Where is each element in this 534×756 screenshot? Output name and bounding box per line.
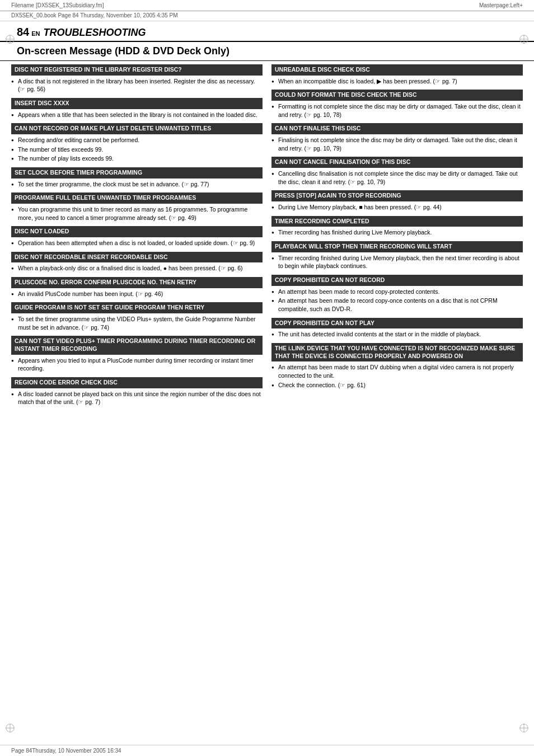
header-subtitle: DX5SEK_00.book Page 84 Thursday, Novembe… bbox=[0, 11, 534, 21]
section-header-8: COPY PROHIBITED CAN NOT PLAY bbox=[271, 318, 523, 329]
bullet-text: To set the timer programme, the clock mu… bbox=[18, 181, 209, 187]
bullet-text: You can programme this unit to timer rec… bbox=[18, 206, 247, 221]
bullet-text: The unit has detected invalid contents a… bbox=[278, 331, 481, 337]
bullet-text: A disc loaded cannot be played back on t… bbox=[18, 391, 261, 406]
bullet-item: Finalising is not complete since the dis… bbox=[271, 136, 523, 152]
section-header-5: DISC NOT LOADED bbox=[11, 226, 263, 237]
bullet-item: Appears when you tried to input a PlusCo… bbox=[11, 356, 263, 373]
section-header-4: PROGRAMME FULL DELETE UNWANTED TIMER PRO… bbox=[11, 192, 263, 204]
corner-mark-tr bbox=[518, 34, 530, 45]
bullet-text: Check the connection. (☞ pg. 61) bbox=[278, 382, 366, 388]
bullet-item: An attempt has been made to record copy-… bbox=[271, 288, 523, 296]
page-title-bar: 84 EN TROUBLESHOOTING bbox=[0, 21, 534, 42]
section-header-1: INSERT DISC XXXX bbox=[11, 98, 263, 109]
corner-mark-bl bbox=[4, 722, 16, 734]
bullet-text: To set the timer programme using the VID… bbox=[18, 316, 256, 331]
section-header-7: COPY PROHIBITED CAN NOT RECORD bbox=[271, 275, 523, 286]
section-header-9: CAN NOT SET VIDEO PLUS+ TIMER PROGRAMMIN… bbox=[11, 336, 263, 354]
footer-text: Page 84Thursday, 10 November 2005 16:34 bbox=[11, 748, 121, 754]
bullet-text: An attempt has been made to start DV dub… bbox=[278, 364, 514, 379]
bullet-text: An attempt has been made to record copy-… bbox=[278, 288, 439, 295]
bullet-item: Recording and/or editing cannot be perfo… bbox=[11, 136, 263, 144]
section-header-1: COULD NOT FORMAT THE DISC CHECK THE DISC bbox=[271, 90, 523, 101]
section-header-10: REGION CODE ERROR CHECK DISC bbox=[11, 377, 263, 388]
bullet-text: Operation has been attempted when a disc… bbox=[18, 240, 255, 246]
section-header-6: DISC NOT RECORDABLE INSERT RECORDABLE DI… bbox=[11, 252, 263, 263]
bullet-text: Timer recording has finished during Live… bbox=[278, 229, 432, 236]
bullet-item: Formatting is not complete since the dis… bbox=[271, 102, 523, 119]
bullet-item: When a playback-only disc or a finalised… bbox=[11, 264, 263, 273]
bullet-item: Timer recording finished during Live Mem… bbox=[271, 254, 523, 270]
bullet-text: Appears when a title that has been selec… bbox=[18, 111, 257, 118]
section-header-0: DISC NOT REGISTERED IN THE LIBRARY REGIS… bbox=[11, 64, 263, 76]
bullet-item: The unit has detected invalid contents a… bbox=[271, 330, 523, 339]
bullet-item: An attempt has been made to record copy-… bbox=[271, 297, 523, 313]
bullet-text: The number of titles exceeds 99. bbox=[18, 146, 103, 153]
bullet-text: When an incompatible disc is loaded, ▶ h… bbox=[278, 78, 457, 84]
section-header-7: PLUSCODE NO. ERROR CONFIRM PLUSCODE NO. … bbox=[11, 277, 263, 288]
section-header-8: GUIDE PROGRAM IS NOT SET SET GUIDE PROGR… bbox=[11, 302, 263, 313]
bullet-text: Recording and/or editing cannot be perfo… bbox=[18, 137, 139, 143]
corner-mark-br bbox=[518, 722, 530, 734]
bullet-text: Finalising is not complete since the dis… bbox=[278, 137, 517, 152]
bullet-item: The number of titles exceeds 99. bbox=[11, 145, 263, 154]
section-header-2: CAN NOT FINALISE THIS DISC bbox=[271, 123, 523, 134]
section-header-4: PRESS [STOP] AGAIN TO STOP RECORDING bbox=[271, 190, 523, 201]
section-header-3: SET CLOCK BEFORE TIMER PROGRAMMING bbox=[11, 167, 263, 179]
left-column: DISC NOT REGISTERED IN THE LIBRARY REGIS… bbox=[11, 61, 263, 407]
masterpage-label: Masterpage:Left+ bbox=[479, 2, 523, 8]
bullet-text: Formatting is not complete since the dis… bbox=[278, 103, 521, 118]
bullet-item: You can programme this unit to timer rec… bbox=[11, 205, 263, 222]
page-number: 84 bbox=[17, 26, 29, 39]
bullet-item: An attempt has been made to start DV dub… bbox=[271, 363, 523, 379]
corner-mark-tl bbox=[4, 34, 16, 45]
section-header-5: TIMER RECORDING COMPLETED bbox=[271, 216, 523, 227]
bullet-text: An invalid PlusCode number has been inpu… bbox=[18, 290, 163, 297]
bullet-item: Cancelling disc finalisation is not comp… bbox=[271, 170, 523, 186]
bullet-item: Appears when a title that has been selec… bbox=[11, 111, 263, 119]
page-wrapper: Filename [DX5SEK_13Subsidiary.fm] Master… bbox=[0, 0, 534, 756]
bullet-text: Timer recording finished during Live Mem… bbox=[278, 255, 519, 270]
section-header-2: CAN NOT RECORD OR MAKE PLAY LIST DELETE … bbox=[11, 123, 263, 134]
bullet-item: An invalid PlusCode number has been inpu… bbox=[11, 290, 263, 298]
bullet-text: Appears when you tried to input a PlusCo… bbox=[18, 357, 254, 372]
bullet-item: The number of play lists exceeds 99. bbox=[11, 154, 263, 163]
section-header-3: CAN NOT CANCEL FINALISATION OF THIS DISC bbox=[271, 157, 523, 168]
page-lang: EN bbox=[31, 30, 40, 37]
bullet-item: Operation has been attempted when a disc… bbox=[11, 239, 263, 247]
section-header-9: THE i.LINK DEVICE THAT YOU HAVE CONNECTE… bbox=[271, 343, 523, 361]
header-top-bar: Filename [DX5SEK_13Subsidiary.fm] Master… bbox=[0, 0, 534, 11]
bullet-item: To set the timer programme using the VID… bbox=[11, 315, 263, 331]
bullet-text: An attempt has been made to record copy-… bbox=[278, 297, 498, 312]
right-column: UNREADABLE DISC CHECK DISCWhen an incomp… bbox=[271, 61, 523, 407]
bullet-item: Timer recording has finished during Live… bbox=[271, 228, 523, 237]
section-title: TROUBLESHOOTING bbox=[44, 27, 146, 39]
content-heading: On-screen Message (HDD & DVD Deck Only) bbox=[0, 42, 534, 61]
bullet-text: Cancelling disc finalisation is not comp… bbox=[278, 170, 518, 185]
bullet-text: When a playback-only disc or a finalised… bbox=[18, 265, 243, 271]
footer: Page 84Thursday, 10 November 2005 16:34 bbox=[0, 745, 534, 756]
filename-label: Filename [DX5SEK_13Subsidiary.fm] bbox=[11, 2, 104, 8]
two-column-content: DISC NOT REGISTERED IN THE LIBRARY REGIS… bbox=[0, 61, 534, 407]
bullet-text: The number of play lists exceeds 99. bbox=[18, 155, 114, 162]
bullet-text: A disc that is not registered in the lib… bbox=[18, 78, 255, 93]
bullet-item: During Live Memory playback, ■ has been … bbox=[271, 203, 523, 212]
bullet-item: When an incompatible disc is loaded, ▶ h… bbox=[271, 77, 523, 86]
bullet-item: To set the timer programme, the clock mu… bbox=[11, 180, 263, 189]
bullet-item: Check the connection. (☞ pg. 61) bbox=[271, 381, 523, 389]
section-header-6: PLAYBACK WILL STOP THEN TIMER RECORDING … bbox=[271, 241, 523, 252]
bullet-item: A disc loaded cannot be played back on t… bbox=[11, 390, 263, 406]
section-header-0: UNREADABLE DISC CHECK DISC bbox=[271, 64, 523, 76]
bullet-text: During Live Memory playback, ■ has been … bbox=[278, 204, 442, 210]
bullet-item: A disc that is not registered in the lib… bbox=[11, 77, 263, 93]
